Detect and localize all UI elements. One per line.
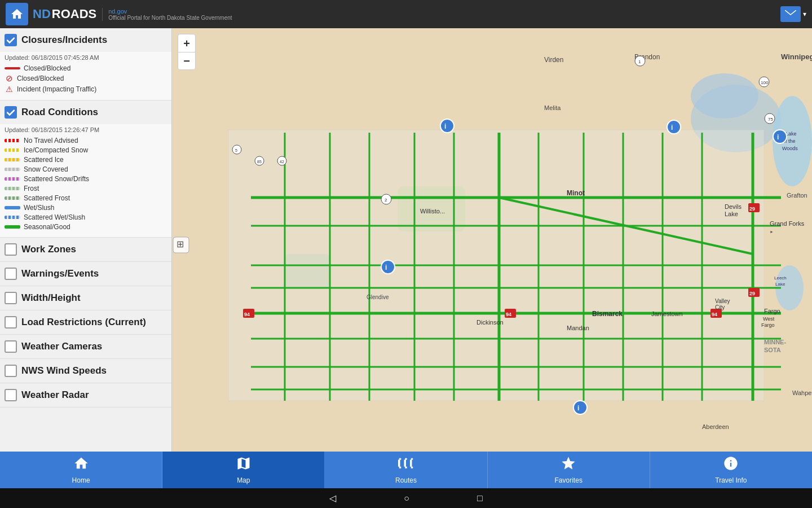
warnings-title: Warnings/Events (21, 268, 99, 279)
nav-travel-info-label: Travel Info (715, 476, 747, 484)
nav-map[interactable]: Map (162, 452, 325, 488)
load-restrictions-header[interactable]: Load Restrictions (Current) (0, 310, 171, 334)
road-conditions-checkbox (5, 106, 17, 119)
legend-frost: Frost (5, 185, 167, 192)
weather-cameras-title: Weather Cameras (21, 341, 102, 352)
nav-routes[interactable]: Routes (325, 452, 487, 488)
mail-icon-wrap[interactable]: ▾ (780, 6, 806, 22)
no-travel-label: No Travel Advised (24, 137, 78, 144)
android-back-button[interactable]: ◁ (329, 493, 336, 503)
svg-text:75: 75 (768, 117, 773, 122)
svg-text:Aberdeen: Aberdeen (702, 423, 729, 430)
android-recents-button[interactable]: □ (477, 493, 483, 503)
svg-point-84 (440, 119, 454, 133)
frost-label: Frost (24, 185, 39, 192)
scattered-wet-line (5, 216, 20, 219)
nd-logo: ND ROADS (33, 8, 96, 20)
weather-radar-header[interactable]: Weather Radar (0, 383, 171, 407)
android-nav: ◁ ○ □ (0, 488, 812, 508)
zoom-out-button[interactable]: − (178, 52, 196, 70)
width-height-checkbox[interactable] (5, 292, 17, 304)
svg-text:Fargo: Fargo (761, 322, 775, 328)
width-height-title: Width/Height (21, 292, 81, 304)
home-icon-wrap[interactable] (6, 3, 28, 25)
nd-text: ND (33, 8, 51, 20)
scattered-frost-line (5, 196, 20, 200)
svg-text:85: 85 (257, 160, 262, 164)
warnings-header[interactable]: Warnings/Events (0, 262, 171, 286)
legend-snow-covered: Snow Covered (5, 165, 167, 173)
official-text: Official Portal for North Dakota State G… (108, 15, 232, 21)
svg-text:94: 94 (506, 312, 511, 317)
android-home-button[interactable]: ○ (404, 493, 409, 503)
weather-cameras-checkbox[interactable] (5, 340, 17, 353)
warnings-checkbox[interactable] (5, 268, 17, 280)
envelope-icon (785, 10, 796, 18)
nav-travel-info[interactable]: Travel Info (650, 452, 812, 488)
scattered-snow-line (5, 177, 20, 181)
nws-wind-title: NWS Wind Speeds (21, 365, 107, 376)
bottom-nav: Home Map Routes Favorites Tr (0, 452, 812, 488)
mail-dropdown-arrow[interactable]: ▾ (803, 10, 806, 18)
weather-radar-section: Weather Radar (0, 383, 171, 408)
nav-favorites-label: Favorites (555, 476, 582, 484)
svg-text:Glendive: Glendive (367, 294, 389, 300)
load-restrictions-title: Load Restrictions (Current) (21, 317, 146, 328)
scattered-ice-label: Scattered Ice (24, 156, 64, 164)
svg-text:29: 29 (749, 206, 755, 212)
svg-point-88 (773, 130, 787, 143)
wet-line (5, 206, 20, 209)
closures-updated: Updated: 06/18/2015 07:45:28 AM (5, 54, 167, 61)
width-height-section: Width/Height (0, 286, 171, 310)
svg-text:i: i (444, 122, 446, 130)
load-restrictions-checkbox[interactable] (5, 316, 17, 329)
seasonal-line (5, 225, 20, 229)
legend-scattered-ice: Scattered Ice (5, 156, 167, 164)
work-zones-title: Work Zones (21, 244, 76, 255)
weather-cameras-header[interactable]: Weather Cameras (0, 335, 171, 358)
svg-text:⊞: ⊞ (176, 239, 184, 249)
svg-text:Grand Forks: Grand Forks (770, 220, 805, 227)
weather-radar-checkbox[interactable] (5, 389, 17, 401)
legend-scattered-frost: Scattered Frost (5, 194, 167, 202)
scattered-snow-label: Scattered Snow/Drifts (24, 175, 89, 183)
nd-gov-area: nd.gov Official Portal for North Dakota … (102, 8, 232, 21)
legend-ice-snow: Ice/Compacted Snow (5, 146, 167, 154)
scattered-ice-line (5, 158, 20, 161)
snow-covered-line (5, 168, 20, 171)
work-zones-checkbox[interactable] (5, 243, 17, 256)
nd-gov-link[interactable]: nd.gov (108, 8, 232, 15)
svg-text:City: City (715, 304, 725, 310)
svg-text:42: 42 (280, 160, 284, 164)
svg-text:Woods: Woods (782, 146, 798, 151)
header: ND ROADS nd.gov Official Portal for Nort… (0, 0, 812, 28)
snow-covered-label: Snow Covered (24, 165, 68, 173)
svg-text:Lake: Lake (785, 131, 797, 137)
work-zones-header[interactable]: Work Zones (0, 238, 171, 261)
map-area[interactable]: + − Lake of the Woods Leech Lake (172, 28, 812, 452)
nav-favorites[interactable]: Favorites (488, 452, 650, 488)
svg-text:►: ► (770, 230, 774, 234)
svg-text:Minot: Minot (567, 189, 585, 197)
closures-header[interactable]: Closures/Incidents (0, 28, 171, 52)
svg-text:94: 94 (712, 312, 717, 317)
zoom-in-button[interactable]: + (178, 34, 196, 52)
svg-text:Willisto...: Willisto... (420, 208, 445, 214)
svg-text:Melita: Melita (544, 104, 561, 111)
work-zones-section: Work Zones (0, 238, 171, 262)
legend-seasonal: Seasonal/Good (5, 223, 167, 231)
legend-scattered-wet: Scattered Wet/Slush (5, 213, 167, 221)
main-area: Closures/Incidents Updated: 06/18/2015 0… (0, 28, 812, 452)
legend-closed-circle: ⊘ Closed/Blocked (5, 74, 167, 83)
nws-wind-header[interactable]: NWS Wind Speeds (0, 359, 171, 383)
svg-text:Valley: Valley (715, 298, 730, 304)
nav-home[interactable]: Home (0, 452, 162, 488)
closures-title: Closures/Incidents (21, 34, 107, 46)
svg-text:Leech: Leech (774, 275, 787, 281)
legend-incident: ⚠ Incident (Impacting Traffic) (5, 85, 167, 94)
nws-wind-checkbox[interactable] (5, 365, 17, 377)
closures-content: Updated: 06/18/2015 07:45:28 AM Closed/B… (0, 52, 171, 100)
road-conditions-section: Road Conditions Updated: 06/18/2015 12:2… (0, 100, 171, 238)
width-height-header[interactable]: Width/Height (0, 286, 171, 310)
road-conditions-header[interactable]: Road Conditions (0, 100, 171, 124)
